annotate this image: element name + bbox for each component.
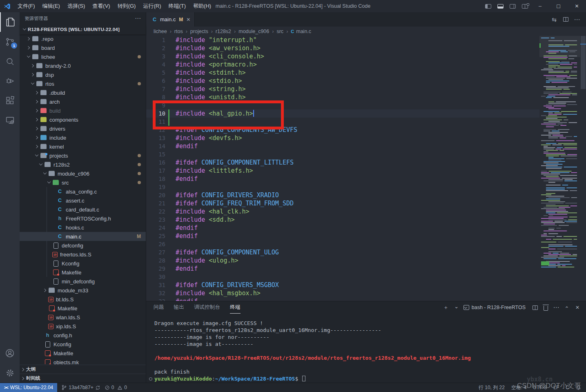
remote-indicator[interactable]: >< WSL: Ubuntu-22.04 bbox=[0, 383, 57, 392]
git-branch-item[interactable]: 13a47b87+ bbox=[61, 385, 100, 390]
code-line-3[interactable]: 3#include <cli_console.h> bbox=[146, 52, 539, 60]
code-line-20[interactable]: 20#ifdef CONFIG_DRIVERS_XRADIO bbox=[146, 191, 539, 199]
menu-item-S[interactable]: 选择(S) bbox=[64, 0, 89, 12]
tree-item-module_c906[interactable]: module_c906 bbox=[20, 169, 146, 178]
new-terminal-icon[interactable] bbox=[441, 302, 451, 313]
tree-item-module_m33[interactable]: module_m33 bbox=[20, 286, 146, 295]
account-icon[interactable] bbox=[0, 343, 20, 363]
breadcrumb-item-module_c906[interactable]: module_c906 bbox=[238, 29, 276, 34]
minimize-button[interactable] bbox=[531, 0, 549, 12]
breadcrumb-item-lichee[interactable]: lichee bbox=[154, 29, 174, 34]
code-line-15[interactable]: 15 bbox=[146, 150, 539, 158]
editor-more-actions-icon[interactable] bbox=[571, 14, 583, 25]
breadcrumb-item-r128s2[interactable]: r128s2 bbox=[216, 29, 238, 34]
breadcrumb-item-src[interactable]: src bbox=[276, 29, 291, 34]
source-control-icon[interactable]: 1 bbox=[0, 32, 20, 51]
code-line-18[interactable]: 18#endif bbox=[146, 175, 539, 183]
code-line-13[interactable]: 13#include <devfs.h> bbox=[146, 134, 539, 142]
explorer-more-actions-icon[interactable] bbox=[135, 15, 141, 22]
code-line-21[interactable]: 21#ifdef CONFIG_FREQ_TRIM_FROM_SDD bbox=[146, 199, 539, 207]
code-line-33[interactable]: 33#endif bbox=[146, 297, 539, 301]
tree-item-freertos.lds.S[interactable]: 10freertos.lds.S bbox=[20, 250, 146, 259]
editor-scrollbar[interactable] bbox=[580, 36, 586, 301]
code-line-9[interactable]: 9 bbox=[146, 101, 539, 109]
tree-item-build[interactable]: build bbox=[20, 106, 146, 115]
minimap[interactable] bbox=[539, 36, 580, 301]
split-editor-icon[interactable] bbox=[560, 14, 571, 25]
code-line-8[interactable]: 8#include <unistd.h> bbox=[146, 93, 539, 101]
tree-item-config.h[interactable]: hconfig.h bbox=[20, 331, 146, 340]
code-line-10[interactable]: 10#include <hal_gpio.h> bbox=[146, 109, 539, 118]
tree-item-rtos[interactable]: rtos bbox=[20, 79, 146, 88]
close-panel-icon[interactable] bbox=[572, 302, 583, 313]
menu-item-T[interactable]: 终端(T) bbox=[165, 0, 189, 12]
tree-item-xip.lds.S[interactable]: 10xip.lds.S bbox=[20, 322, 146, 331]
tree-item-dsp[interactable]: dsp bbox=[20, 70, 146, 79]
tree-item-wlan.lds.S[interactable]: 10wlan.lds.S bbox=[20, 313, 146, 322]
tree-item-src[interactable]: src bbox=[20, 178, 146, 187]
close-window-button[interactable] bbox=[568, 0, 586, 12]
tree-item-bt.lds.S[interactable]: 10bt.lds.S bbox=[20, 295, 146, 304]
tree-item-defconfig[interactable]: defconfig bbox=[20, 241, 146, 250]
maximize-button[interactable] bbox=[549, 0, 568, 12]
code-line-16[interactable]: 16#ifdef CONFIG_COMPONENT_LITTLEFS bbox=[146, 158, 539, 167]
code-line-32[interactable]: 32#include <hal_msgbox.h> bbox=[146, 289, 539, 297]
panel-tab-终端[interactable]: 终端 bbox=[230, 301, 241, 314]
code-line-11[interactable]: 11 bbox=[146, 118, 539, 126]
code-line-7[interactable]: 7#include <string.h> bbox=[146, 85, 539, 93]
tree-item-arch[interactable]: arch bbox=[20, 97, 146, 106]
panel-tab-调试控制台[interactable]: 调试控制台 bbox=[194, 301, 220, 314]
code-line-31[interactable]: 31#ifdef CONFIG_DRIVERS_MSGBOX bbox=[146, 281, 539, 289]
code-line-29[interactable]: 29#endif bbox=[146, 265, 539, 273]
maximize-panel-icon[interactable] bbox=[561, 302, 572, 313]
tree-item-board[interactable]: board bbox=[20, 43, 146, 52]
tree-item-include[interactable]: include bbox=[20, 133, 146, 142]
minimap-slider[interactable] bbox=[539, 36, 580, 57]
menu-item-V[interactable]: 查看(V) bbox=[89, 0, 114, 12]
language-mode-item[interactable]: C bbox=[566, 385, 569, 390]
problems-item[interactable]: 0 0 bbox=[105, 385, 127, 390]
tree-item-objects.mk[interactable]: objects.mk bbox=[20, 358, 146, 364]
cursor-position-item[interactable]: 行 10, 列 22 bbox=[479, 384, 505, 391]
tree-item-.repo[interactable]: .repo bbox=[20, 34, 146, 43]
code-line-25[interactable]: 25#endif bbox=[146, 232, 539, 240]
indentation-item[interactable]: 空格: 4 bbox=[511, 384, 526, 391]
code-line-27[interactable]: 27#ifdef CONFIG_COMPONENT_ULOG bbox=[146, 248, 539, 256]
breadcrumb-item-rtos[interactable]: rtos bbox=[174, 29, 190, 34]
menu-item-G[interactable]: 转到(G) bbox=[114, 0, 140, 12]
remote-explorer-icon[interactable] bbox=[0, 110, 20, 130]
tree-item-r128s2[interactable]: r128s2 bbox=[20, 160, 146, 169]
code-line-30[interactable]: 30 bbox=[146, 273, 539, 281]
customize-layout-icon[interactable] bbox=[519, 0, 531, 12]
menu-item-H[interactable]: 帮助(H) bbox=[189, 0, 215, 12]
tree-item-FreeRTOSConfig.h[interactable]: hFreeRTOSConfig.h bbox=[20, 214, 146, 223]
code-line-26[interactable]: 26 bbox=[146, 240, 539, 248]
tab-close-icon[interactable] bbox=[186, 17, 190, 22]
tree-item-Makefile[interactable]: Makefile bbox=[20, 304, 146, 313]
split-terminal-icon[interactable] bbox=[530, 302, 540, 313]
code-line-1[interactable]: 1#include "interrupt.h" bbox=[146, 36, 539, 44]
tree-item-card_default.c[interactable]: Ccard_default.c bbox=[20, 205, 146, 214]
tree-item-projects[interactable]: projects bbox=[20, 151, 146, 160]
menu-item-E[interactable]: 编辑(E) bbox=[39, 0, 64, 12]
terminal-output[interactable]: Dragon execute image.cfg SUCCESS !------… bbox=[146, 314, 586, 383]
eol-item[interactable]: LF bbox=[553, 385, 559, 390]
run-debug-icon[interactable] bbox=[0, 71, 20, 91]
code-line-6[interactable]: 6#include <stdio.h> bbox=[146, 77, 539, 85]
code-line-2[interactable]: 2#include <aw_version.h> bbox=[146, 44, 539, 52]
search-icon[interactable] bbox=[0, 51, 20, 71]
settings-gear-icon[interactable] bbox=[0, 363, 20, 383]
terminal-dropdown-icon[interactable] bbox=[451, 302, 462, 313]
panel-tab-问题[interactable]: 问题 bbox=[154, 301, 164, 314]
code-editor[interactable]: 1#include "interrupt.h"2#include <aw_ver… bbox=[146, 36, 586, 301]
tree-item-min_defconfig[interactable]: min_defconfig bbox=[20, 277, 146, 286]
menu-item-R[interactable]: 运行(R) bbox=[139, 0, 165, 12]
toggle-secondary-sidebar-icon[interactable] bbox=[506, 0, 519, 12]
open-changes-icon[interactable] bbox=[548, 14, 560, 25]
code-line-19[interactable]: 19 bbox=[146, 183, 539, 191]
encoding-item[interactable]: UTF-8 bbox=[533, 385, 547, 390]
tree-item-.dbuild[interactable]: .dbuild bbox=[20, 88, 146, 97]
tree-item-alsa_config.c[interactable]: Calsa_config.c bbox=[20, 187, 146, 196]
code-line-28[interactable]: 28#include <ulog.h> bbox=[146, 256, 539, 265]
explorer-icon[interactable] bbox=[0, 12, 20, 32]
